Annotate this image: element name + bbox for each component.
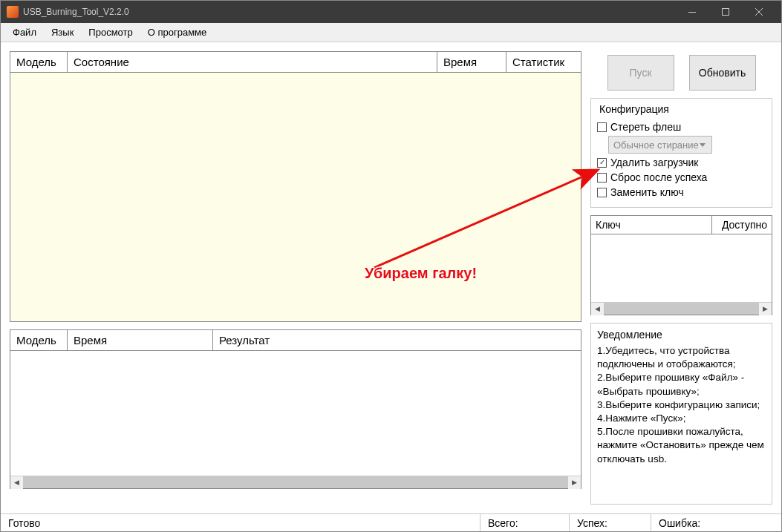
menu-file[interactable]: Файл	[5, 24, 44, 40]
content-area: Модель Состояние Время Статистик Модель …	[1, 42, 781, 513]
window-controls	[675, 1, 775, 23]
notify-line: 4.Нажмите «Пуск»;	[597, 412, 766, 425]
device-table: Модель Состояние Время Статистик	[10, 51, 581, 322]
checkbox-icon[interactable]	[597, 158, 607, 168]
status-ready: Готово	[1, 514, 480, 531]
titlebar: USB_Burning_Tool_V2.2.0	[1, 1, 781, 23]
scroll-left-icon[interactable]: ◀	[10, 476, 23, 489]
notify-line: 2.Выберите прошивку «Файл» - «Выбрать пр…	[597, 371, 766, 398]
minimize-button[interactable]	[675, 1, 708, 23]
statusbar: Готово Всего: Успех: Ошибка:	[1, 513, 781, 531]
replace-key-row[interactable]: Заменить ключ	[597, 186, 766, 198]
start-button[interactable]: Пуск	[607, 55, 674, 91]
menu-about[interactable]: О программе	[140, 24, 215, 40]
res-col-time[interactable]: Время	[68, 330, 213, 350]
key-scrollbar[interactable]: ◀ ▶	[591, 302, 772, 315]
reset-after-row[interactable]: Сброс после успеха	[597, 171, 766, 183]
reset-after-label: Сброс после успеха	[610, 171, 707, 183]
result-table-body	[10, 351, 581, 476]
menu-lang[interactable]: Язык	[44, 24, 81, 40]
erase-mode-value: Обычное стирание	[613, 139, 699, 151]
key-col-avail[interactable]: Доступно	[712, 216, 772, 234]
config-group: Конфигурация Стереть флеш Обычное стиран…	[590, 98, 772, 208]
key-table: Ключ Доступно ◀ ▶	[590, 215, 772, 315]
key-table-body	[591, 234, 772, 302]
maximize-button[interactable]	[708, 1, 742, 23]
col-state[interactable]: Состояние	[68, 52, 437, 72]
result-scrollbar[interactable]: ◀ ▶	[10, 476, 581, 488]
status-success: Успех:	[570, 514, 651, 531]
svg-rect-0	[688, 12, 696, 13]
scroll-right-icon[interactable]: ▶	[759, 303, 772, 315]
notification-title: Уведомление	[597, 328, 766, 342]
app-icon	[7, 6, 19, 18]
key-col-key[interactable]: Ключ	[591, 216, 712, 234]
config-title: Конфигурация	[597, 103, 671, 115]
erase-mode-select: Обычное стирание	[608, 136, 712, 154]
erase-bootloader-row[interactable]: Удалить загрузчик	[597, 157, 766, 168]
scroll-left-icon[interactable]: ◀	[591, 303, 604, 315]
res-col-model[interactable]: Модель	[10, 330, 68, 350]
scroll-right-icon[interactable]: ▶	[568, 476, 581, 489]
checkbox-icon[interactable]	[597, 122, 607, 132]
menu-view[interactable]: Просмотр	[81, 24, 140, 40]
status-total: Всего:	[480, 514, 570, 531]
erase-bootloader-label: Удалить загрузчик	[610, 157, 698, 168]
svg-rect-1	[722, 9, 729, 16]
col-time[interactable]: Время	[437, 52, 506, 72]
window-title: USB_Burning_Tool_V2.2.0	[23, 7, 675, 17]
checkbox-icon[interactable]	[597, 173, 607, 183]
menubar: Файл Язык Просмотр О программе	[1, 23, 781, 42]
device-table-body	[10, 73, 581, 321]
notification-panel: Уведомление 1.Убедитесь, что устройства …	[590, 323, 772, 505]
refresh-button[interactable]: Обновить	[689, 55, 756, 91]
erase-flash-label: Стереть флеш	[610, 121, 681, 133]
status-error: Ошибка:	[651, 514, 781, 531]
checkbox-icon[interactable]	[597, 188, 607, 197]
notify-line: 3.Выберите конфигурацию записи;	[597, 398, 766, 412]
erase-flash-row[interactable]: Стереть флеш	[597, 121, 766, 133]
replace-key-label: Заменить ключ	[610, 186, 684, 198]
col-stat[interactable]: Статистик	[506, 52, 581, 72]
notify-line: 1.Убедитесь, что устройства подключены и…	[597, 344, 766, 371]
res-col-result[interactable]: Результат	[213, 330, 581, 350]
close-button[interactable]	[742, 1, 775, 23]
col-model[interactable]: Модель	[10, 52, 68, 72]
result-table: Модель Время Результат ◀ ▶	[10, 329, 581, 489]
notify-line: 5.После прошивки пожалуйста, нажмите «Ос…	[597, 425, 766, 466]
